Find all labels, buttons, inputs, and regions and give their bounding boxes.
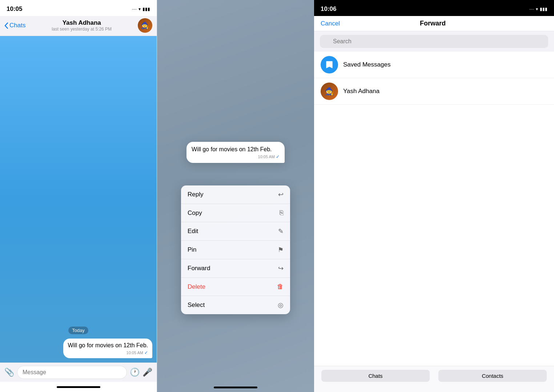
context-menu-reply[interactable]: Reply ↩	[181, 185, 290, 204]
wifi-icon: ▾	[138, 7, 141, 12]
chat-input-bar: 📎 🕐 🎤	[0, 363, 157, 382]
home-bar	[57, 386, 100, 388]
cancel-button[interactable]: Cancel	[321, 20, 340, 27]
chats-tab[interactable]: Chats	[321, 370, 430, 382]
copy-icon: ⎘	[280, 209, 284, 217]
forward-label: Forward	[188, 265, 210, 272]
message-time: 10:05 AM	[127, 351, 143, 355]
contacts-tab-label: Contacts	[482, 373, 503, 379]
yash-avatar-emoji: 🧙	[325, 87, 334, 96]
forward-list-item-yash[interactable]: 🧙 Yash Adhana	[314, 78, 554, 105]
home-bar-context	[214, 387, 257, 388]
forward-list: Saved Messages 🧙 Yash Adhana	[314, 52, 554, 366]
battery-icon-forward: ▮▮▮	[540, 7, 547, 12]
status-icons-forward: ···· ▾ ▮▮▮	[529, 7, 547, 12]
yash-avatar: 🧙	[321, 83, 338, 100]
message-check-icon: ✓	[144, 350, 148, 355]
edit-icon: ✎	[278, 227, 284, 235]
status-time-forward: 10:06	[321, 5, 336, 13]
forward-search-input[interactable]	[320, 35, 548, 48]
message-meta: 10:05 AM ✓	[68, 350, 148, 355]
delete-icon: 🗑	[277, 283, 284, 291]
copy-label: Copy	[188, 209, 202, 217]
avatar-emoji: 🧙	[141, 21, 149, 29]
battery-icon: ▮▮▮	[142, 7, 150, 12]
forward-bottom-tabs: Chats Contacts	[314, 366, 554, 392]
forward-header: Cancel Forward	[314, 16, 554, 31]
context-message-check: ✓	[276, 154, 280, 159]
message-bubble[interactable]: Will go for movies on 12th Feb. 10:05 AM…	[63, 339, 152, 358]
context-message-time: 10:05 AM	[258, 155, 275, 159]
yash-name: Yash Adhana	[343, 88, 380, 95]
signal-icon: ····	[132, 7, 137, 12]
forward-panel: 10:06 ···· ▾ ▮▮▮ Cancel Forward 🔍 Saved …	[314, 0, 554, 392]
wifi-icon-forward: ▾	[536, 7, 538, 12]
bookmark-icon	[325, 60, 334, 69]
emoji-button[interactable]: 🕐	[130, 368, 140, 377]
chats-tab-label: Chats	[368, 373, 382, 379]
select-label: Select	[188, 301, 205, 309]
back-button[interactable]: Chats	[4, 22, 25, 29]
select-icon: ◎	[278, 301, 284, 309]
pin-label: Pin	[188, 246, 197, 253]
saved-messages-name: Saved Messages	[343, 61, 390, 68]
context-menu-edit[interactable]: Edit ✎	[181, 222, 290, 241]
context-menu: Reply ↩ Copy ⎘ Edit ✎ Pin ⚑ Forward ↪ De…	[181, 185, 290, 314]
chat-header-center: Yash Adhana last seen yesterday at 5:26 …	[52, 19, 112, 32]
chevron-left-icon	[4, 23, 8, 29]
chat-panel: 10:05 ···· ▾ ▮▮▮ Chats Yash Adhana last …	[0, 0, 157, 392]
context-menu-copy[interactable]: Copy ⎘	[181, 204, 290, 222]
status-bar-chat: 10:05 ···· ▾ ▮▮▮	[0, 0, 157, 16]
contacts-tab[interactable]: Contacts	[438, 370, 547, 382]
message-text: Will go for movies on 12th Feb.	[68, 342, 148, 348]
edit-label: Edit	[188, 228, 198, 235]
home-indicator-chat	[0, 382, 157, 392]
chat-header: Chats Yash Adhana last seen yesterday at…	[0, 16, 157, 36]
reply-label: Reply	[188, 191, 203, 198]
forward-list-item-saved[interactable]: Saved Messages	[314, 52, 554, 78]
chat-body: Today Will go for movies on 12th Feb. 10…	[0, 36, 157, 363]
forward-search-bar: 🔍	[314, 31, 554, 52]
contact-name: Yash Adhana	[63, 19, 101, 27]
contact-avatar[interactable]: 🧙	[138, 18, 152, 33]
reply-icon: ↩	[278, 191, 284, 199]
pin-icon: ⚑	[278, 246, 284, 254]
context-panel: Will go for movies on 12th Feb. 10:05 AM…	[157, 0, 314, 392]
forward-icon: ↪	[278, 264, 284, 272]
context-menu-pin[interactable]: Pin ⚑	[181, 241, 290, 259]
date-badge: Today	[68, 327, 88, 334]
mic-button[interactable]: 🎤	[142, 368, 152, 377]
contact-status: last seen yesterday at 5:26 PM	[52, 27, 112, 32]
delete-label: Delete	[188, 283, 205, 291]
back-label: Chats	[9, 22, 25, 29]
context-message-text: Will go for movies on 12th Feb.	[192, 146, 272, 152]
context-menu-delete[interactable]: Delete 🗑	[181, 278, 290, 296]
context-message-bubble: Will go for movies on 12th Feb. 10:05 AM…	[186, 142, 285, 163]
status-icons-chat: ···· ▾ ▮▮▮	[132, 7, 150, 12]
signal-icon-forward: ····	[529, 7, 534, 12]
forward-title: Forward	[420, 20, 446, 27]
search-wrapper: 🔍	[320, 35, 548, 48]
attach-button[interactable]: 📎	[4, 368, 14, 377]
context-menu-forward[interactable]: Forward ↪	[181, 259, 290, 278]
context-message-meta: 10:05 AM ✓	[192, 154, 280, 159]
status-bar-forward: 10:06 ···· ▾ ▮▮▮	[314, 0, 554, 16]
saved-messages-avatar	[321, 56, 338, 73]
status-time-chat: 10:05	[7, 5, 22, 13]
message-input[interactable]	[17, 366, 127, 379]
date-separator: Today	[4, 327, 152, 334]
context-menu-select[interactable]: Select ◎	[181, 296, 290, 314]
